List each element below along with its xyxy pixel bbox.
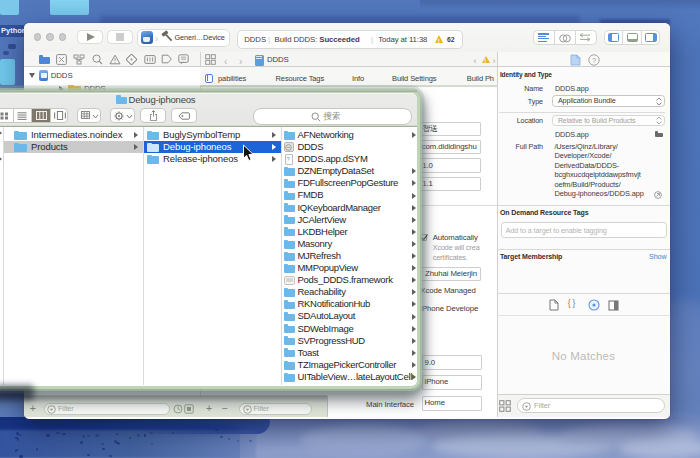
svg-text:?: ? xyxy=(592,56,596,65)
